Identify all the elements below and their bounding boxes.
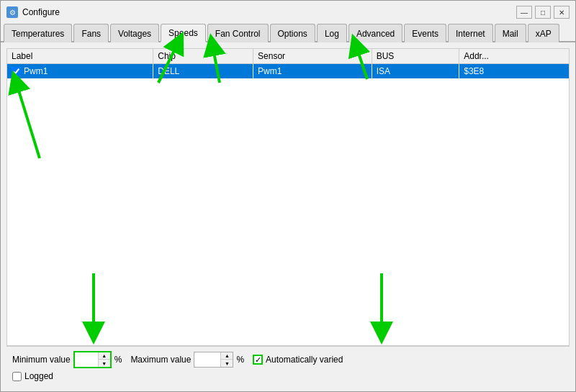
- col-header-addr: Addr...: [459, 49, 569, 64]
- window-controls: — □ ✕: [516, 6, 570, 19]
- max-unit: %: [236, 355, 244, 365]
- content-area: Label Chip Sensor BUS: [1, 42, 575, 391]
- auto-vary-checkbox[interactable]: [253, 355, 263, 365]
- logged-label: Logged: [24, 371, 53, 381]
- speeds-table: Label Chip Sensor BUS: [7, 49, 569, 78]
- close-button[interactable]: ✕: [554, 6, 570, 19]
- title-bar: ⚙ Configure — □ ✕: [1, 1, 575, 22]
- max-value-spinner[interactable]: 100 ▲ ▼: [194, 352, 233, 368]
- tab-xap[interactable]: xAP: [528, 24, 559, 42]
- min-spinner-buttons: ▲ ▼: [98, 352, 110, 367]
- row-bus-cell: ISA: [372, 64, 459, 79]
- col-header-chip: Chip: [153, 49, 253, 64]
- speeds-table-container: Label Chip Sensor BUS: [6, 48, 570, 346]
- min-value-group: Minimum value 50 ▲ ▼ %: [12, 351, 122, 368]
- min-unit: %: [114, 355, 122, 365]
- tab-log[interactable]: Log: [317, 24, 347, 42]
- min-value-input[interactable]: 50: [75, 354, 98, 365]
- row-sensor-cell: Pwm1: [253, 64, 372, 79]
- auto-vary-group: Automatically varied: [253, 355, 343, 365]
- max-label: Maximum value: [130, 355, 191, 365]
- row-checkbox[interactable]: [12, 67, 21, 76]
- minimize-button[interactable]: —: [516, 6, 532, 19]
- row-chip-cell: DELL: [153, 64, 253, 79]
- auto-vary-label: Automatically varied: [266, 355, 343, 365]
- tab-fan-control[interactable]: Fan Control: [207, 24, 269, 42]
- bottom-bar: Minimum value 50 ▲ ▼ % Maximum value: [6, 346, 570, 386]
- min-spin-down[interactable]: ▼: [99, 360, 110, 367]
- max-value-input[interactable]: 100: [194, 354, 220, 365]
- tab-temperatures[interactable]: Temperatures: [4, 24, 72, 42]
- min-label: Minimum value: [12, 355, 71, 365]
- min-value-spinner[interactable]: 50 ▲ ▼: [73, 351, 112, 368]
- tab-mail[interactable]: Mail: [495, 24, 526, 42]
- bottom-row-values: Minimum value 50 ▲ ▼ % Maximum value: [12, 351, 564, 368]
- min-spin-up[interactable]: ▲: [99, 352, 110, 360]
- window-title: Configure: [22, 7, 60, 17]
- bottom-row-logged: Logged: [12, 371, 564, 381]
- col-header-bus: BUS: [372, 49, 459, 64]
- logged-checkbox[interactable]: [12, 372, 22, 381]
- tab-events[interactable]: Events: [404, 24, 446, 42]
- tab-fans[interactable]: Fans: [73, 24, 109, 42]
- tab-voltages[interactable]: Voltages: [110, 24, 159, 42]
- tab-options[interactable]: Options: [270, 24, 315, 42]
- maximize-button[interactable]: □: [535, 6, 551, 19]
- table-header-row: Label Chip Sensor BUS: [7, 49, 569, 64]
- tab-advanced[interactable]: Advanced: [348, 24, 402, 42]
- tabs-bar: Temperatures Fans Voltages Speeds Fan Co…: [1, 22, 575, 42]
- app-icon: ⚙: [6, 6, 18, 18]
- col-header-label: Label: [7, 49, 153, 64]
- max-value-group: Maximum value 100 ▲ ▼ %: [130, 352, 244, 368]
- logged-group: Logged: [12, 371, 53, 381]
- max-spin-down[interactable]: ▼: [221, 360, 233, 367]
- row-addr-cell: $3E8: [459, 64, 569, 79]
- col-header-sensor: Sensor: [253, 49, 372, 64]
- table-row[interactable]: Pwm1 DELL Pwm1 ISA: [7, 64, 569, 79]
- tab-internet[interactable]: Internet: [448, 24, 493, 42]
- max-spinner-buttons: ▲ ▼: [220, 352, 233, 367]
- max-spin-up[interactable]: ▲: [221, 352, 233, 360]
- row-label-cell: Pwm1: [7, 64, 153, 79]
- tab-speeds[interactable]: Speeds: [161, 24, 206, 42]
